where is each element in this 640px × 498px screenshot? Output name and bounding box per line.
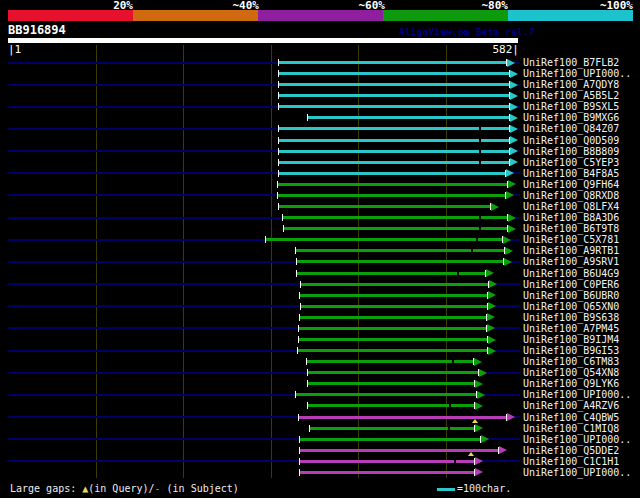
hit-label[interactable]: UniRef100_Q9FH64 <box>523 179 619 190</box>
alignment-start-tick <box>295 391 296 398</box>
gap-in-subject-mark <box>479 216 481 219</box>
alignment-bar[interactable] <box>277 183 508 186</box>
alignment-bar[interactable] <box>299 471 475 474</box>
hit-label[interactable]: UniRef100_C1C1H1 <box>523 456 619 467</box>
alignment-bar[interactable] <box>265 238 503 241</box>
alignment-start-tick <box>278 125 279 132</box>
hit-label[interactable]: UniRef100_B7FLB2 <box>523 57 619 68</box>
hit-label[interactable]: UniRef100_B6T9T8 <box>523 223 619 234</box>
hit-label[interactable]: UniRef100_A5B5L2 <box>523 90 619 101</box>
alignment-start-tick <box>278 59 279 66</box>
alignment-bar[interactable] <box>307 382 475 385</box>
hit-label[interactable]: UniRef100_Q54XN8 <box>523 367 619 378</box>
hit-label[interactable]: UniRef100_A7QDY8 <box>523 79 619 90</box>
hit-label[interactable]: UniRef100_UPI000.. <box>523 68 631 79</box>
hit-label[interactable]: UniRef100_Q8LFX4 <box>523 201 619 212</box>
gap-legend-prefix: Large gaps: <box>10 483 82 494</box>
hit-label[interactable]: UniRef100_B8A3D6 <box>523 212 619 223</box>
hit-label[interactable]: UniRef100_B9S638 <box>523 312 619 323</box>
alignment-bar[interactable] <box>298 338 488 341</box>
alignment-bar[interactable] <box>299 438 481 441</box>
alignment-bar[interactable] <box>278 150 510 153</box>
alignment-start-tick <box>298 336 299 343</box>
alignment-bar[interactable] <box>277 194 506 197</box>
hit-label[interactable]: UniRef100_A9RTB1 <box>523 245 619 256</box>
alignment-start-tick <box>307 402 308 409</box>
alignment-start-tick <box>282 214 283 221</box>
query-sequence-bar <box>8 38 518 43</box>
alignment-bar[interactable] <box>278 105 510 108</box>
alignment-start-tick <box>309 425 310 432</box>
hit-label[interactable]: UniRef100_Q9LYK6 <box>523 378 619 389</box>
hundred-char-scale-icon <box>437 488 455 491</box>
hit-label[interactable]: UniRef100_UPI000.. <box>523 467 631 478</box>
alignment-arrowhead-icon <box>510 81 518 89</box>
alignment-bar[interactable] <box>295 249 505 252</box>
alignment-bar[interactable] <box>278 127 510 130</box>
hit-label[interactable]: UniRef100_B9IJM4 <box>523 334 619 345</box>
hit-label[interactable]: UniRef100_Q65XN0 <box>523 301 619 312</box>
alignment-arrowhead-icon <box>505 247 513 255</box>
alignment-bar[interactable] <box>278 72 510 75</box>
alignment-bar[interactable] <box>300 305 488 308</box>
hit-label[interactable]: UniRef100_UPI000.. <box>523 389 631 400</box>
hit-label[interactable]: UniRef100_C5X781 <box>523 234 619 245</box>
hit-label[interactable]: UniRef100_B9MXG6 <box>523 112 619 123</box>
hit-label[interactable]: UniRef100_Q0D509 <box>523 135 619 146</box>
hit-label[interactable]: UniRef100_B9SXL5 <box>523 101 619 112</box>
alignment-bar[interactable] <box>278 61 507 64</box>
hit-label[interactable]: UniRef100_B6UBR0 <box>523 290 619 301</box>
hit-label[interactable]: UniRef100_Q5DDE2 <box>523 445 619 456</box>
alignment-arrowhead-icon <box>489 280 497 288</box>
hit-label[interactable]: UniRef100_A4RZV6 <box>523 400 619 411</box>
hit-label[interactable]: UniRef100_Q8RXD8 <box>523 190 619 201</box>
alignment-bar[interactable] <box>278 161 510 164</box>
alignview-watermark: AlignView.pm Beta rel.7 <box>399 27 535 38</box>
hit-label[interactable]: UniRef100_A7PM45 <box>523 323 619 334</box>
alignment-arrowhead-icon <box>481 435 489 443</box>
alignment-bar[interactable] <box>278 94 510 97</box>
alignment-bar[interactable] <box>309 427 475 430</box>
alignment-bar[interactable] <box>278 139 510 142</box>
alignment-arrowhead-icon <box>491 203 499 211</box>
alignment-arrowhead-icon <box>503 236 511 244</box>
hit-label[interactable]: UniRef100_UPI000.. <box>523 434 631 445</box>
hit-label[interactable]: UniRef100_C6TM83 <box>523 356 619 367</box>
alignment-start-tick <box>277 192 278 199</box>
alignment-arrowhead-icon <box>479 369 487 377</box>
alignment-arrowhead-icon <box>477 391 485 399</box>
alignment-arrowhead-icon <box>508 225 516 233</box>
alignment-bar[interactable] <box>299 460 475 463</box>
hit-label[interactable]: UniRef100_B9GI53 <box>523 345 619 356</box>
alignment-bar[interactable] <box>278 172 506 175</box>
hit-label[interactable]: UniRef100_B8B809 <box>523 146 619 157</box>
alignment-arrowhead-icon <box>499 446 507 454</box>
alignment-arrowhead-icon <box>475 468 483 476</box>
hit-label[interactable]: UniRef100_Q84Z07 <box>523 123 619 134</box>
hit-label[interactable]: UniRef100_A9SRV1 <box>523 256 619 267</box>
alignment-bar[interactable] <box>307 116 510 119</box>
alignment-bar[interactable] <box>283 227 508 230</box>
hit-label[interactable]: UniRef100_C5YEP3 <box>523 157 619 168</box>
alignment-bar[interactable] <box>297 349 488 352</box>
alignment-bar[interactable] <box>278 205 491 208</box>
alignment-bar[interactable] <box>306 360 474 363</box>
hit-label[interactable]: UniRef100_B6U4G9 <box>523 268 619 279</box>
alignment-bar[interactable] <box>296 260 504 263</box>
alignment-bar[interactable] <box>295 393 477 396</box>
alignment-bar[interactable] <box>298 327 487 330</box>
gap-legend: Large gaps: ▲(in Query)/- (in Subject) <box>10 483 239 495</box>
alignment-start-tick <box>307 114 308 121</box>
hit-label[interactable]: UniRef100_B4F8A5 <box>523 168 619 179</box>
alignment-bar[interactable] <box>300 283 489 286</box>
alignment-bar[interactable] <box>299 316 487 319</box>
alignment-bar[interactable] <box>282 216 508 219</box>
alignment-bar[interactable] <box>278 83 510 86</box>
alignment-start-tick <box>296 270 297 277</box>
hit-label[interactable]: UniRef100_C0PER6 <box>523 279 619 290</box>
hit-label[interactable]: UniRef100_C4QBW5 <box>523 412 619 423</box>
alignment-arrowhead-icon <box>510 136 518 144</box>
alignment-bar[interactable] <box>307 371 479 374</box>
alignment-bar[interactable] <box>299 294 488 297</box>
hit-label[interactable]: UniRef100_C1MIQ8 <box>523 423 619 434</box>
